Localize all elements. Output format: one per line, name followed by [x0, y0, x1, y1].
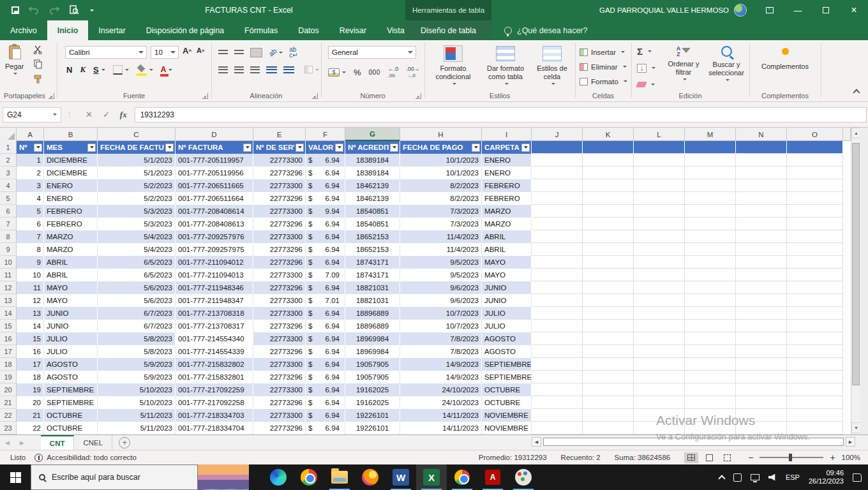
cell[interactable]: 001-777-205119956	[176, 167, 253, 179]
cell[interactable]: OCTUBRE	[44, 409, 98, 422]
cell[interactable]: 7/8/2023	[400, 332, 482, 345]
cell[interactable]: 24/10/2023	[400, 383, 482, 396]
cell[interactable]: 18462139	[345, 179, 400, 192]
taskbar-chrome-icon[interactable]	[294, 464, 324, 490]
cell[interactable]: 3	[17, 179, 44, 192]
cell[interactable]: 18821031	[345, 294, 400, 307]
cell[interactable]: 22773296	[253, 281, 306, 294]
align-right-icon[interactable]	[250, 66, 260, 73]
cell[interactable]	[685, 141, 736, 154]
align-middle-icon[interactable]	[234, 50, 244, 56]
cell[interactable]: $6.94	[306, 422, 345, 434]
font-color-dropdown-icon[interactable]	[168, 69, 172, 73]
cell[interactable]: 001-777-211948347	[176, 294, 253, 307]
column-header-O[interactable]: O	[787, 128, 843, 141]
filter-dropdown-icon[interactable]	[390, 144, 398, 152]
cell[interactable]	[532, 358, 583, 371]
cell[interactable]: 001-777-215832802	[176, 358, 253, 371]
row-header-8[interactable]: 8	[0, 230, 17, 243]
cell[interactable]: $6.94	[306, 332, 345, 345]
cell[interactable]: 14/11/2023	[400, 409, 482, 422]
column-header-F[interactable]: F	[306, 128, 345, 141]
cell[interactable]	[583, 218, 634, 230]
row-header-9[interactable]: 9	[0, 243, 17, 256]
cell[interactable]	[583, 383, 634, 396]
zoom-in-icon[interactable]: +	[830, 452, 835, 463]
cell[interactable]	[583, 294, 634, 307]
cell[interactable]	[634, 281, 685, 294]
cell[interactable]	[583, 141, 634, 154]
align-left-icon[interactable]	[218, 66, 228, 73]
cell[interactable]: ENERO	[482, 167, 532, 179]
cell[interactable]	[634, 358, 685, 371]
cell[interactable]: $7.01	[306, 294, 345, 307]
comma-style-icon[interactable]: 000	[369, 69, 380, 76]
cell[interactable]: 5/6/2023	[98, 281, 176, 294]
number-dialog-launcher[interactable]	[415, 93, 421, 99]
cell[interactable]: JULIO	[44, 332, 98, 345]
underline-button[interactable]: S	[93, 65, 99, 75]
cell[interactable]	[736, 230, 787, 243]
table-header-cell[interactable]: CARPETA	[482, 141, 532, 154]
filter-dropdown-icon[interactable]	[165, 144, 174, 152]
cell[interactable]: 5/3/2023	[98, 205, 176, 218]
tab-insertar[interactable]: Insertar	[88, 20, 135, 40]
accounting-format-icon[interactable]: $	[328, 68, 340, 77]
cell[interactable]	[532, 409, 583, 422]
cell[interactable]	[634, 320, 685, 332]
taskbar-firefox-icon[interactable]	[355, 464, 385, 490]
cell[interactable]	[787, 205, 843, 218]
cell[interactable]	[634, 422, 685, 434]
cell[interactable]: FEBRERO	[482, 179, 532, 192]
row-header-5[interactable]: 5	[0, 192, 17, 205]
cell[interactable]	[787, 294, 843, 307]
cell[interactable]: OCTUBRE	[482, 396, 532, 409]
align-bottom-icon[interactable]	[250, 48, 262, 57]
cell[interactable]	[583, 371, 634, 383]
cell[interactable]	[787, 192, 843, 205]
cell[interactable]: 18969984	[345, 345, 400, 358]
merge-center-icon[interactable]	[304, 66, 313, 73]
font-family-combo[interactable]: Calibri	[65, 46, 147, 59]
filter-dropdown-icon[interactable]	[87, 144, 96, 152]
accessibility-status[interactable]: Accesibilidad: todo correcto	[34, 454, 137, 462]
cell[interactable]	[685, 218, 736, 230]
column-header-H[interactable]: H	[400, 128, 482, 141]
cell[interactable]	[685, 320, 736, 332]
cell[interactable]: 22773300	[253, 383, 306, 396]
cell[interactable]: 001-777-211094013	[176, 269, 253, 281]
format-as-table-button[interactable]: Dar formato como tabla	[480, 46, 531, 87]
filter-dropdown-icon[interactable]	[243, 144, 251, 152]
cell[interactable]: 22773300	[253, 205, 306, 218]
cell[interactable]: 11	[17, 281, 44, 294]
cell[interactable]: 14	[17, 320, 44, 332]
cell[interactable]: 4	[17, 192, 44, 205]
row-header-16[interactable]: 16	[0, 332, 17, 345]
cell[interactable]	[685, 205, 736, 218]
cell[interactable]	[736, 243, 787, 256]
cell[interactable]: 8/2/2023	[400, 179, 482, 192]
table-header-cell[interactable]: Nº FACTURA	[176, 141, 253, 154]
row-header-20[interactable]: 20	[0, 383, 17, 396]
cell[interactable]: ABRIL	[482, 243, 532, 256]
filter-dropdown-icon[interactable]	[472, 144, 480, 152]
tab-f-rmulas[interactable]: Fórmulas	[234, 20, 288, 40]
cell[interactable]	[787, 243, 843, 256]
cell[interactable]	[532, 320, 583, 332]
tab-datos[interactable]: Datos	[288, 20, 329, 40]
cell[interactable]	[532, 230, 583, 243]
cell[interactable]: 9/5/2023	[400, 256, 482, 269]
sheet-tab-cnel[interactable]: CNEL	[74, 435, 112, 450]
cell[interactable]: $6.94	[306, 218, 345, 230]
table-header-cell[interactable]: VALOR	[306, 141, 345, 154]
cell[interactable]: 22773300	[253, 179, 306, 192]
cell[interactable]: 18743171	[345, 269, 400, 281]
increase-indent-icon[interactable]	[283, 66, 294, 73]
cell[interactable]: 001-777-211094012	[176, 256, 253, 269]
cell[interactable]	[634, 256, 685, 269]
cell[interactable]: 21	[17, 409, 44, 422]
cell[interactable]: 22773296	[253, 371, 306, 383]
cell[interactable]: 001-777-217092259	[176, 383, 253, 396]
cell[interactable]	[532, 345, 583, 358]
cell[interactable]	[685, 294, 736, 307]
